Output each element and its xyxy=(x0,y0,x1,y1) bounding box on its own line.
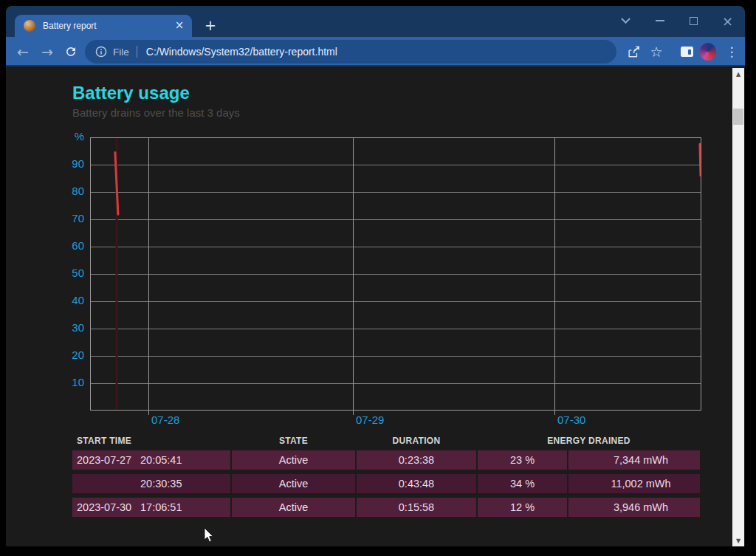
cell-date: 2023-07-27 xyxy=(77,450,140,470)
y-axis-tick-label: 40 xyxy=(35,294,84,306)
window-controls: × xyxy=(620,10,733,31)
share-icon[interactable] xyxy=(625,44,642,60)
cell-duration: 0:23:38 xyxy=(357,450,476,470)
header-start-time: START TIME xyxy=(72,436,230,448)
vertical-scrollbar[interactable]: ▲ ▼ xyxy=(732,68,744,546)
scroll-up-arrow-icon[interactable]: ▲ xyxy=(732,68,744,80)
cell-state: Active xyxy=(232,474,355,493)
menu-dots-icon[interactable]: ⋮ xyxy=(724,44,740,60)
scheme-label: File xyxy=(113,47,129,58)
table-row: 20:30:35 Active 0:43:48 34 % 11,002 mWh xyxy=(72,474,700,493)
cell-energy: 7,344 mWh xyxy=(568,450,700,470)
browser-toolbar: ← → File C:/Windows/System32/battery-rep… xyxy=(6,37,745,66)
cell-start-time: 20:30:35 xyxy=(72,474,230,493)
close-window-button[interactable]: × xyxy=(722,16,733,27)
browser-window: Battery report × + × ← → File C:/Windows… xyxy=(6,6,745,546)
tab-strip: Battery report × + × xyxy=(6,6,745,37)
address-bar[interactable]: File C:/Windows/System32/battery-report.… xyxy=(85,40,616,64)
table-row: 2023-07-30 17:06:51 Active 0:15:58 12 % … xyxy=(72,498,700,517)
y-axis-unit-label: % xyxy=(35,130,84,143)
y-axis-tick-label: 60 xyxy=(35,239,84,252)
cell-start-time: 2023-07-30 17:06:51 xyxy=(72,498,230,517)
back-icon[interactable]: ← xyxy=(14,43,32,61)
minimize-button[interactable] xyxy=(654,16,665,27)
page-subtitle: Battery drains over the last 3 days xyxy=(72,106,240,119)
header-energy-drained: ENERGY DRAINED xyxy=(478,436,700,448)
cell-state: Active xyxy=(232,450,355,470)
tab-title: Battery report xyxy=(43,21,173,31)
cell-duration: 0:15:58 xyxy=(357,498,476,517)
y-axis-tick-label: 90 xyxy=(35,157,84,170)
x-axis-tick-label: 07-29 xyxy=(356,413,384,426)
cell-duration: 0:43:48 xyxy=(357,474,476,493)
mouse-cursor xyxy=(204,527,216,543)
page-title: Battery usage xyxy=(72,83,190,103)
scrollbar-thumb[interactable] xyxy=(733,109,743,125)
header-duration: DURATION xyxy=(357,436,476,448)
cell-percent: 23 % xyxy=(478,450,567,470)
cell-percent: 12 % xyxy=(478,498,567,517)
cell-state: Active xyxy=(232,498,355,517)
cell-percent: 34 % xyxy=(478,474,567,493)
tab-close-icon[interactable]: × xyxy=(173,19,186,32)
omnibox-divider xyxy=(137,46,137,58)
cell-start-time: 2023-07-27 20:05:41 xyxy=(72,450,230,470)
header-state: STATE xyxy=(232,436,355,448)
table-row: 2023-07-27 20:05:41 Active 0:23:38 23 % … xyxy=(72,450,700,470)
cell-time: 20:05:41 xyxy=(140,450,182,470)
scroll-down-arrow-icon[interactable]: ▼ xyxy=(732,535,744,546)
battery-report-favicon xyxy=(24,20,35,32)
cell-energy: 3,946 mWh xyxy=(568,498,700,517)
tab-battery-report[interactable]: Battery report × xyxy=(15,15,192,37)
y-axis-tick-label: 30 xyxy=(35,321,84,334)
x-axis-tick-label: 07-30 xyxy=(557,413,585,426)
url-text[interactable]: C:/Windows/System32/battery-report.html xyxy=(146,46,337,58)
cell-time: 17:06:51 xyxy=(140,498,182,517)
battery-report-page: Battery usage Battery drains over the la… xyxy=(6,68,732,546)
forward-icon[interactable]: → xyxy=(38,43,56,61)
bookmark-star-icon[interactable]: ☆ xyxy=(648,44,664,60)
cell-date: 2023-07-30 xyxy=(77,498,140,517)
profile-avatar[interactable] xyxy=(700,44,716,60)
y-axis-tick-label: 20 xyxy=(35,349,84,361)
y-axis-tick-label: 10 xyxy=(35,376,84,388)
cell-energy: 11,002 mWh xyxy=(568,474,700,493)
y-axis-tick-label: 80 xyxy=(35,185,84,197)
y-axis-tick-label: 70 xyxy=(35,212,84,224)
table-header-row: START TIME STATE DURATION ENERGY DRAINED xyxy=(72,436,700,448)
battery-usage-chart xyxy=(90,137,701,416)
battery-drain-table: START TIME STATE DURATION ENERGY DRAINED… xyxy=(72,436,700,521)
side-panel-icon[interactable] xyxy=(678,44,695,60)
reload-icon[interactable] xyxy=(62,43,80,61)
new-tab-button[interactable]: + xyxy=(201,16,220,35)
maximize-button[interactable] xyxy=(688,16,699,27)
page-info-icon[interactable] xyxy=(95,46,107,58)
y-axis-tick-label: 50 xyxy=(35,267,84,279)
cell-date xyxy=(77,474,140,493)
cell-time: 20:30:35 xyxy=(140,474,182,493)
x-axis-tick-label: 07-28 xyxy=(151,413,179,426)
tab-search-chevron-icon[interactable] xyxy=(620,16,631,27)
